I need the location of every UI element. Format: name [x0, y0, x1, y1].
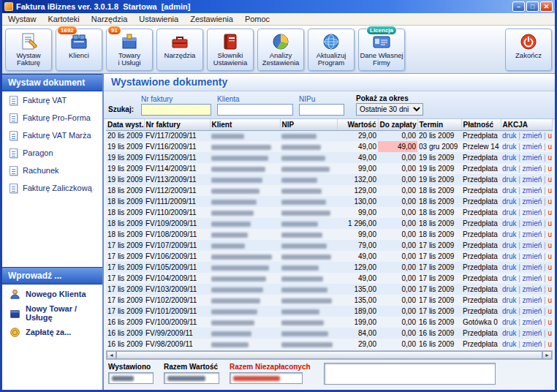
action-edit-link[interactable]: zmień	[523, 285, 542, 293]
minimize-button[interactable]: –	[512, 1, 525, 12]
close-button[interactable]: ✕	[540, 1, 553, 12]
action-print-link[interactable]: druk	[502, 208, 516, 216]
action-delete-link[interactable]: usuń	[547, 176, 552, 184]
action-print-link[interactable]: druk	[502, 219, 516, 227]
horizontal-scrollbar[interactable]: ◄ ►	[106, 350, 553, 360]
sidebar-item[interactable]: Fakturę VAT	[2, 91, 102, 109]
column-header[interactable]: NIP	[280, 119, 337, 130]
sidebar-item[interactable]: Fakturę Pro-Forma	[2, 109, 102, 127]
action-edit-link[interactable]: zmień	[523, 230, 542, 238]
table-row[interactable]: 16 lis 2009FV/98/2009/1129,000,0016 lis …	[106, 339, 552, 350]
column-header[interactable]: Klient	[210, 119, 280, 130]
scrollbar-thumb[interactable]	[116, 351, 542, 359]
table-row[interactable]: 17 lis 2009FV/105/2009/11129,000,0017 li…	[106, 262, 552, 273]
action-edit-link[interactable]: zmień	[523, 318, 542, 326]
action-print-link[interactable]: druk	[502, 197, 516, 206]
period-select[interactable]: Ostatnie 30 dni	[356, 103, 423, 116]
table-row[interactable]: 18 lis 2009FV/110/2009/1199,000,0018 lis…	[106, 207, 552, 218]
action-delete-link[interactable]: usuń	[547, 252, 552, 260]
table-row[interactable]: 18 lis 2009FV/111/2009/11130,000,0018 li…	[106, 196, 552, 207]
table-row[interactable]: 19 lis 2009FV/113/2009/11132,000,0019 li…	[106, 174, 552, 185]
table-row[interactable]: 17 lis 2009FV/102/2009/11135,000,0017 li…	[106, 295, 552, 306]
action-print-link[interactable]: druk	[502, 340, 516, 348]
action-delete-link[interactable]: usuń	[547, 186, 552, 195]
table-row[interactable]: 18 lis 2009FV/108/2009/1199,000,0018 lis…	[106, 229, 552, 240]
action-print-link[interactable]: druk	[502, 230, 516, 238]
action-edit-link[interactable]: zmień	[523, 329, 542, 337]
column-header[interactable]: Płatność	[461, 119, 501, 130]
sidebar-item[interactable]: Rachunek	[2, 162, 102, 179]
action-delete-link[interactable]: usuń	[547, 165, 552, 173]
menu-item[interactable]: Ustawienia	[133, 14, 184, 24]
action-delete-link[interactable]: usuń	[547, 219, 552, 227]
table-row[interactable]: 20 lis 2009FV/117/2009/1129,000,0020 lis…	[106, 130, 552, 141]
action-print-link[interactable]: druk	[502, 186, 516, 195]
table-row[interactable]: 19 lis 2009FV/116/2009/1149,0049,0003 gr…	[106, 141, 552, 152]
action-delete-link[interactable]: usuń	[547, 143, 552, 151]
titlebar[interactable]: Faktura iBiznes ver. 3.0.1.8 Startowa [a…	[2, 0, 555, 13]
scroll-left-icon[interactable]: ◄	[107, 351, 116, 359]
action-edit-link[interactable]: zmień	[523, 197, 542, 206]
menu-item[interactable]: Wystaw	[2, 14, 42, 24]
action-print-link[interactable]: druk	[502, 296, 516, 304]
action-delete-link[interactable]: usuń	[547, 241, 552, 249]
table-row[interactable]: 16 lis 2009FV/100/2009/11199,000,0016 li…	[106, 317, 552, 328]
action-print-link[interactable]: druk	[502, 154, 516, 162]
action-edit-link[interactable]: zmień	[523, 208, 542, 216]
action-edit-link[interactable]: zmień	[523, 176, 542, 184]
action-edit-link[interactable]: zmień	[523, 340, 542, 348]
column-header[interactable]: Termin	[417, 119, 461, 130]
action-edit-link[interactable]: zmień	[523, 296, 542, 304]
action-delete-link[interactable]: usuń	[547, 329, 552, 337]
toolbar-button-klienci[interactable]: 1692Klienci	[56, 29, 102, 71]
action-delete-link[interactable]: usuń	[547, 340, 552, 348]
action-print-link[interactable]: druk	[502, 241, 516, 249]
sidebar-item[interactable]: Zapłatę za...	[2, 323, 102, 342]
table-row[interactable]: 18 lis 2009FV/109/2009/111 296,000,0018 …	[106, 218, 552, 229]
action-delete-link[interactable]: usuń	[547, 230, 552, 238]
menu-item[interactable]: Pomoc	[239, 14, 276, 24]
table-row[interactable]: 17 lis 2009FV/106/2009/1149,000,0017 lis…	[106, 251, 552, 262]
action-print-link[interactable]: druk	[502, 329, 516, 337]
toolbar-button-towary-uslugi[interactable]: 91Towary i Usługi	[106, 29, 153, 71]
menu-item[interactable]: Zestawienia	[184, 14, 239, 24]
table-row[interactable]: 17 lis 2009FV/107/2009/1179,000,0017 lis…	[106, 240, 552, 251]
table-row[interactable]: 17 lis 2009FV/104/2009/1149,000,0017 lis…	[106, 273, 552, 284]
action-print-link[interactable]: druk	[502, 252, 516, 260]
table-row[interactable]: 17 lis 2009FV/101/2009/11189,000,0017 li…	[106, 306, 552, 317]
action-delete-link[interactable]: usuń	[547, 274, 552, 282]
action-print-link[interactable]: druk	[502, 318, 516, 326]
action-edit-link[interactable]: zmień	[523, 274, 542, 282]
sidebar-item[interactable]: Fakturę Zaliczkową	[2, 179, 102, 197]
toolbar-button-slowniki-ustawienia[interactable]: Słowniki Ustawienia	[207, 29, 254, 71]
action-delete-link[interactable]: usuń	[547, 307, 552, 315]
table-row[interactable]: 19 lis 2009FV/115/2009/1149,000,0019 lis…	[106, 152, 552, 163]
sidebar-item[interactable]: Fakturę VAT Marża	[2, 127, 102, 144]
menu-item[interactable]: Narzędzia	[86, 14, 134, 24]
action-edit-link[interactable]: zmień	[523, 154, 542, 162]
action-delete-link[interactable]: usuń	[547, 318, 552, 326]
action-edit-link[interactable]: zmień	[523, 143, 542, 151]
action-edit-link[interactable]: zmień	[523, 252, 542, 260]
toolbar-button-narzedzia[interactable]: Narzędzia	[156, 29, 203, 71]
toolbar-button-aktualizuj-program[interactable]: Aktualizuj Program	[308, 29, 355, 71]
action-edit-link[interactable]: zmień	[523, 132, 542, 140]
column-header[interactable]: Do zapłaty	[378, 119, 417, 130]
action-delete-link[interactable]: usuń	[547, 296, 552, 304]
table-row[interactable]: 17 lis 2009FV/103/2009/11135,000,0017 li…	[106, 284, 552, 295]
sidebar-item[interactable]: Nowego Klienta	[2, 284, 102, 304]
scroll-right-icon[interactable]: ►	[542, 351, 552, 359]
action-print-link[interactable]: druk	[502, 285, 516, 293]
column-header[interactable]: Data wyst.	[106, 119, 144, 130]
search-input-nipu[interactable]	[299, 104, 344, 116]
table-row[interactable]: 19 lis 2009FV/114/2009/1199,000,0019 lis…	[106, 163, 552, 174]
action-delete-link[interactable]: usuń	[547, 208, 552, 216]
menu-item[interactable]: Kartoteki	[42, 14, 85, 24]
action-delete-link[interactable]: usuń	[547, 197, 552, 206]
action-edit-link[interactable]: zmień	[523, 219, 542, 227]
maximize-button[interactable]: □	[526, 1, 539, 12]
action-print-link[interactable]: druk	[502, 307, 516, 315]
action-edit-link[interactable]: zmień	[523, 263, 542, 271]
action-print-link[interactable]: druk	[502, 263, 516, 271]
column-header[interactable]: Wartość	[337, 119, 378, 130]
